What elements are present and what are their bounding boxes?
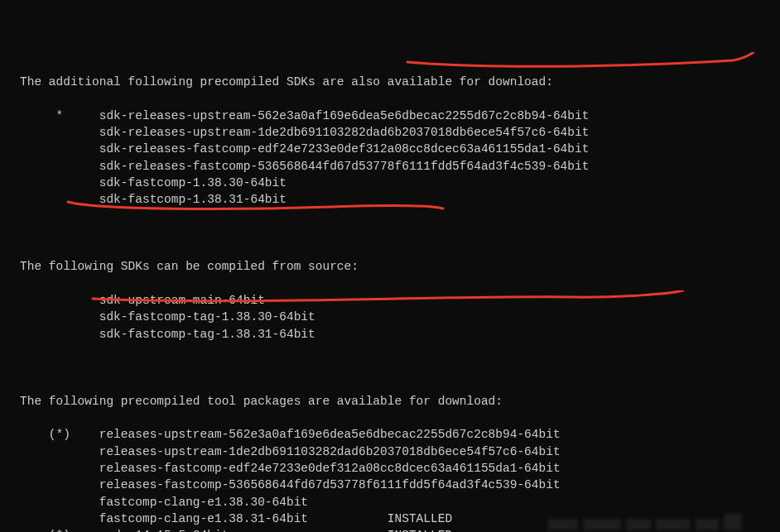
list-item: sdk-releases-fastcomp-edf24e7233e0def312… <box>20 141 770 157</box>
obscured-region <box>548 510 780 532</box>
list-item: sdk-releases-fastcomp-536568644fd67d5377… <box>20 158 770 175</box>
blank-line <box>20 359 770 376</box>
list-item: sdk-releases-upstream-1de2db691103282dad… <box>20 124 770 141</box>
list-item: sdk-fastcomp-tag-1.38.31-64bit <box>20 326 770 343</box>
section-heading: The additional following precompiled SDK… <box>20 74 770 90</box>
list-item: sdk-fastcomp-tag-1.38.30-64bit <box>20 309 770 325</box>
list-item: sdk-fastcomp-1.38.31-64bit <box>20 191 770 208</box>
list-item: * sdk-releases-upstream-562e3a0af169e6de… <box>20 108 770 124</box>
list-item: sdk-upstream-main-64bit <box>20 292 770 309</box>
blank-line <box>20 225 770 242</box>
list-rows-2: sdk-upstream-main-64bit sdk-fastcomp-tag… <box>20 292 770 343</box>
list-item: releases-fastcomp-536568644fd67d53778f61… <box>20 477 770 493</box>
list-item: (*) releases-upstream-562e3a0af169e6dea5… <box>20 426 770 443</box>
list-item: releases-upstream-1de2db691103282dad6b20… <box>20 443 770 460</box>
section-heading: The following SDKs can be compiled from … <box>20 258 770 275</box>
list-item: fastcomp-clang-e1.38.30-64bit <box>20 494 770 510</box>
list-item: releases-fastcomp-edf24e7233e0def312a08c… <box>20 460 770 477</box>
list-rows-1: * sdk-releases-upstream-562e3a0af169e6de… <box>20 108 770 208</box>
list-item: sdk-fastcomp-1.38.30-64bit <box>20 175 770 191</box>
section-heading: The following precompiled tool packages … <box>20 393 770 410</box>
